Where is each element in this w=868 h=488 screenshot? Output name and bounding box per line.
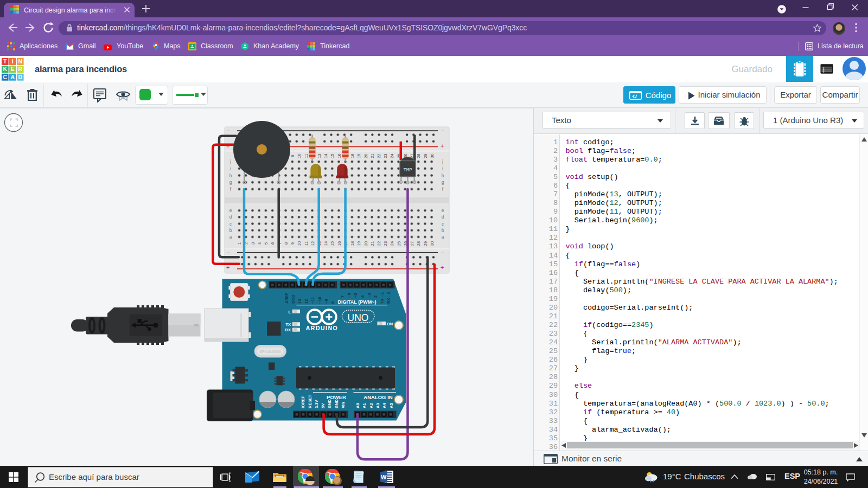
svg-text:TX→1: TX→1 — [380, 292, 385, 304]
svg-text:10: 10 — [297, 153, 302, 158]
svg-text:D: D — [18, 74, 23, 80]
svg-text:18: 18 — [350, 241, 355, 246]
svg-text:A2: A2 — [369, 403, 374, 408]
svg-text:22: 22 — [376, 153, 381, 158]
svg-text:21: 21 — [370, 241, 375, 246]
svg-text:UNO: UNO — [348, 312, 369, 323]
svg-text:8: 8 — [284, 242, 289, 245]
svg-text:16: 16 — [337, 153, 342, 158]
svg-text:C: C — [3, 74, 8, 80]
svg-text:e: e — [442, 208, 444, 213]
svg-text:20: 20 — [363, 153, 368, 158]
svg-text:i: i — [442, 166, 443, 171]
svg-text:14: 14 — [323, 153, 328, 158]
svg-text:29: 29 — [423, 241, 428, 246]
svg-text:12: 12 — [304, 299, 309, 304]
svg-text:3.3V: 3.3V — [314, 400, 319, 408]
svg-text:12: 12 — [310, 241, 315, 246]
svg-text:30: 30 — [430, 153, 435, 158]
svg-text:13: 13 — [297, 299, 302, 304]
svg-text:1: 1 — [237, 242, 242, 245]
svg-text:a: a — [442, 234, 444, 240]
svg-text:i: i — [230, 166, 231, 171]
svg-text:19: 19 — [356, 153, 361, 158]
svg-text:A: A — [11, 74, 15, 80]
svg-text:16: 16 — [337, 241, 342, 246]
svg-text:ANALOG IN: ANALOG IN — [363, 394, 392, 400]
svg-text:7: 7 — [340, 296, 345, 298]
svg-text:25: 25 — [397, 241, 401, 246]
svg-text:T: T — [3, 58, 7, 65]
svg-text:15: 15 — [330, 153, 335, 158]
svg-text:5V: 5V — [321, 403, 326, 408]
svg-text:DIGITAL (PWM~): DIGITAL (PWM~) — [338, 299, 376, 305]
svg-text:30: 30 — [430, 241, 435, 246]
svg-text:9: 9 — [290, 242, 295, 245]
svg-text:AREF: AREF — [284, 292, 289, 304]
svg-text:−: − — [441, 127, 444, 134]
svg-text:b: b — [442, 228, 444, 233]
svg-text:29: 29 — [423, 153, 428, 158]
svg-text:IOREF: IOREF — [301, 396, 305, 408]
svg-text:11: 11 — [304, 154, 309, 158]
svg-text:ARDUINO: ARDUINO — [306, 325, 339, 331]
svg-text:~9: ~9 — [324, 299, 329, 304]
svg-text:I: I — [12, 58, 14, 65]
svg-text:b: b — [229, 228, 232, 233]
svg-text:L: L — [288, 310, 291, 314]
svg-text:23: 23 — [383, 153, 388, 158]
svg-text:R: R — [18, 66, 23, 72]
svg-text:d: d — [442, 214, 444, 220]
svg-text:GND: GND — [334, 399, 339, 408]
svg-text:22: 22 — [376, 241, 381, 246]
svg-text:~10: ~10 — [317, 297, 322, 304]
svg-text:10: 10 — [297, 241, 302, 246]
svg-text:24: 24 — [390, 153, 394, 158]
svg-text:g: g — [442, 179, 444, 185]
svg-text:GND: GND — [291, 294, 296, 304]
svg-text:6: 6 — [270, 242, 275, 245]
svg-text:24: 24 — [390, 241, 394, 246]
svg-text:14: 14 — [323, 241, 328, 246]
svg-text:Vin: Vin — [341, 402, 346, 408]
svg-text:h: h — [229, 173, 232, 178]
svg-text:A4: A4 — [382, 403, 387, 408]
svg-text:~11: ~11 — [310, 297, 315, 304]
svg-text:SPK16.000G: SPK16.000G — [259, 350, 281, 354]
svg-text:+: + — [441, 143, 444, 149]
svg-text:13: 13 — [317, 153, 322, 158]
svg-text:28: 28 — [416, 241, 421, 246]
svg-text:15: 15 — [330, 241, 335, 246]
svg-text:−: − — [227, 249, 230, 256]
svg-text:18: 18 — [350, 153, 355, 158]
svg-text:ON: ON — [387, 322, 393, 326]
svg-text:23: 23 — [383, 241, 388, 246]
svg-text:4: 4 — [257, 242, 262, 245]
svg-text:~5: ~5 — [353, 293, 358, 298]
svg-text:A1: A1 — [362, 403, 367, 408]
svg-text:W: W — [381, 474, 387, 480]
svg-text:N: N — [18, 58, 23, 65]
svg-text:j: j — [442, 159, 443, 164]
svg-text:e: e — [229, 208, 232, 213]
svg-text:8: 8 — [330, 301, 335, 304]
svg-text:19: 19 — [356, 241, 361, 246]
svg-text:d: d — [229, 214, 232, 220]
svg-text:3: 3 — [251, 242, 256, 245]
svg-text:27: 27 — [410, 241, 414, 246]
svg-text:11: 11 — [304, 241, 309, 246]
svg-text:5: 5 — [264, 242, 269, 245]
svg-text:+: + — [441, 264, 444, 271]
svg-text:h: h — [442, 173, 444, 178]
svg-text:28: 28 — [416, 153, 421, 158]
svg-text:A5: A5 — [389, 403, 394, 408]
svg-text:j: j — [229, 159, 231, 164]
svg-text:9: 9 — [290, 155, 295, 157]
svg-text:A3: A3 — [375, 403, 380, 408]
svg-text:RX: RX — [285, 328, 291, 332]
svg-text:~3: ~3 — [367, 293, 372, 298]
svg-text:E: E — [11, 66, 15, 72]
svg-text:−: − — [441, 249, 444, 256]
svg-text:a: a — [229, 234, 232, 240]
svg-text:K: K — [3, 66, 8, 72]
